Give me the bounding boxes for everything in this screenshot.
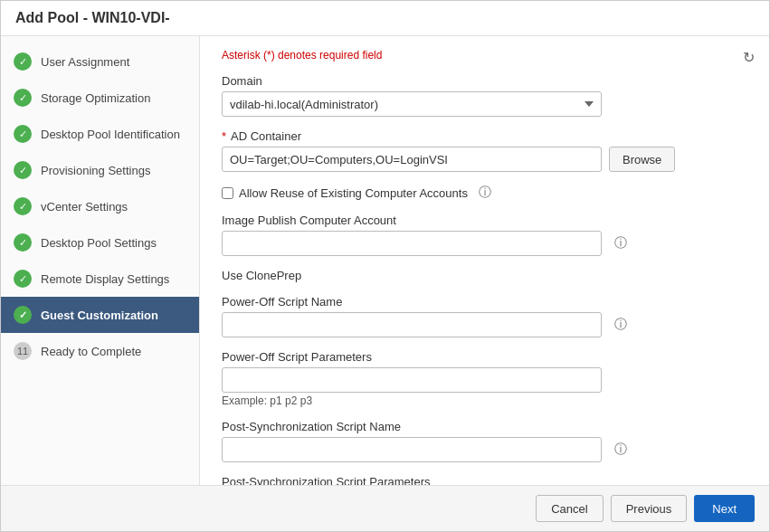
next-button[interactable]: Next [694, 495, 755, 522]
title-bar: Add Pool - WIN10-VDI- [1, 1, 769, 36]
sidebar-item-vcenter-settings[interactable]: ✓ vCenter Settings [1, 188, 199, 224]
ad-container-input[interactable] [222, 147, 602, 172]
sidebar-label-gc: Guest Customization [41, 309, 158, 322]
check-icon-gc: ✓ [14, 306, 32, 324]
check-icon: ✓ [14, 52, 32, 71]
power-off-name-group: Power-Off Script Name ⓘ [222, 295, 747, 337]
sidebar-item-user-assignment[interactable]: ✓ User Assignment [1, 43, 199, 80]
sidebar-label-dps: Desktop Pool Settings [41, 236, 157, 250]
sidebar-item-guest-customization[interactable]: ✓ Guest Customization [1, 297, 199, 333]
sidebar-item-provisioning-settings[interactable]: ✓ Provisioning Settings [1, 152, 199, 188]
domain-group: Domain vdilab-hi.local(Administrator) [222, 74, 747, 117]
footer: Cancel Previous Next [1, 485, 769, 531]
check-icon-dpi: ✓ [14, 125, 32, 143]
use-cloneprep-label: Use ClonePrep [222, 269, 747, 282]
main-content: ✓ User Assignment ✓ Storage Optimization… [1, 36, 769, 485]
power-off-params-input[interactable] [222, 367, 602, 393]
allow-reuse-checkbox[interactable] [222, 187, 233, 199]
check-icon-rds: ✓ [14, 270, 32, 288]
sidebar-item-remote-display-settings[interactable]: ✓ Remote Display Settings [1, 261, 199, 297]
image-publish-input[interactable] [222, 231, 602, 256]
required-star: * [222, 129, 226, 143]
post-sync-name-row: ⓘ [222, 437, 747, 462]
sidebar-label-rtc: Ready to Complete [41, 345, 141, 358]
sidebar-label-rds: Remote Display Settings [41, 272, 169, 286]
ad-container-group: * AD Container Browse [222, 129, 747, 172]
sidebar-label-storage-optimization: Storage Optimization [41, 91, 150, 105]
allow-reuse-info-icon[interactable]: ⓘ [479, 185, 491, 201]
domain-select[interactable]: vdilab-hi.local(Administrator) [222, 91, 602, 117]
check-icon-prov: ✓ [14, 161, 32, 179]
sidebar-item-desktop-pool-identification[interactable]: ✓ Desktop Pool Identification [1, 116, 199, 152]
required-note: Asterisk (*) denotes required field [222, 49, 747, 62]
ad-container-label: * AD Container [222, 129, 747, 143]
post-sync-name-info-icon[interactable]: ⓘ [614, 442, 627, 458]
sidebar-label-user-assignment: User Assignment [41, 55, 129, 69]
window-title: Add Pool - WIN10-VDI- [15, 10, 170, 25]
power-off-name-label: Power-Off Script Name [222, 295, 747, 309]
form-area: Asterisk (*) denotes required field ↻ Do… [200, 36, 769, 485]
check-icon-vc: ✓ [14, 197, 32, 215]
allow-reuse-row: Allow Reuse of Existing Computer Account… [222, 185, 747, 201]
window: Add Pool - WIN10-VDI- ✓ User Assignment … [0, 0, 770, 532]
power-off-params-group: Power-Off Script Parameters Example: p1 … [222, 350, 747, 407]
image-publish-group: Image Publish Computer Account ⓘ [222, 214, 747, 256]
browse-button[interactable]: Browse [609, 147, 675, 172]
image-publish-row: ⓘ [222, 231, 747, 256]
refresh-icon[interactable]: ↻ [743, 49, 755, 66]
sidebar-item-ready-to-complete[interactable]: 11 Ready to Complete [1, 333, 199, 369]
post-sync-name-label: Post-Synchronization Script Name [222, 420, 747, 433]
check-icon-storage: ✓ [14, 89, 32, 107]
power-off-name-row: ⓘ [222, 312, 747, 337]
sidebar: ✓ User Assignment ✓ Storage Optimization… [1, 36, 200, 485]
power-off-params-label: Power-Off Script Parameters [222, 350, 747, 364]
power-off-name-input[interactable] [222, 312, 602, 337]
image-publish-label: Image Publish Computer Account [222, 214, 747, 227]
check-icon-dps: ✓ [14, 233, 32, 252]
sidebar-item-desktop-pool-settings[interactable]: ✓ Desktop Pool Settings [1, 224, 199, 261]
power-off-name-info-icon[interactable]: ⓘ [614, 317, 627, 333]
sidebar-label-provisioning: Provisioning Settings [41, 164, 150, 177]
post-sync-params-group: Post-Synchronization Script Parameters [222, 475, 747, 485]
previous-button[interactable]: Previous [611, 495, 688, 522]
post-sync-name-group: Post-Synchronization Script Name ⓘ [222, 420, 747, 462]
allow-reuse-label: Allow Reuse of Existing Computer Account… [239, 186, 468, 200]
sidebar-label-dpi: Desktop Pool Identification [41, 128, 180, 141]
power-off-example: Example: p1 p2 p3 [222, 394, 747, 407]
step-num-rtc: 11 [14, 342, 32, 360]
post-sync-params-label: Post-Synchronization Script Parameters [222, 475, 747, 485]
sidebar-label-vcenter: vCenter Settings [41, 200, 128, 214]
domain-label: Domain [222, 74, 747, 88]
post-sync-name-input[interactable] [222, 437, 602, 462]
image-publish-info-icon[interactable]: ⓘ [614, 235, 627, 252]
sidebar-item-storage-optimization[interactable]: ✓ Storage Optimization [1, 80, 199, 116]
cancel-button[interactable]: Cancel [536, 495, 603, 522]
ad-container-row: Browse [222, 147, 747, 172]
